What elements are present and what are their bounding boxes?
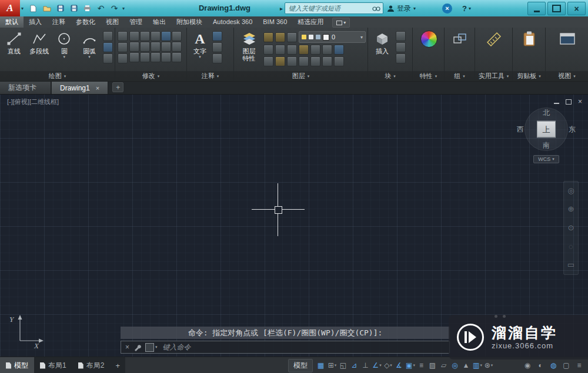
command-input[interactable] bbox=[162, 342, 445, 352]
status-toggle-icon[interactable]: ◱ bbox=[338, 360, 349, 371]
layout-tab[interactable]: 布局1 bbox=[34, 357, 72, 373]
redo-button[interactable]: ↷ bbox=[109, 2, 120, 14]
status-toggle-icon[interactable]: ◎ bbox=[450, 360, 460, 371]
properties-panel-label[interactable]: 特性 ▾ bbox=[413, 71, 444, 81]
ribbon-tab[interactable]: 精选应用 bbox=[292, 16, 329, 28]
ribbon-tab[interactable]: BIM 360 bbox=[258, 16, 292, 28]
status-right-icon[interactable]: ◍ bbox=[548, 360, 559, 371]
layer-unlock-icon[interactable] bbox=[299, 56, 309, 66]
undo-button[interactable]: ↶ bbox=[95, 2, 106, 14]
annotation-panel-label[interactable]: 注释 ▾ bbox=[187, 71, 233, 81]
layer-freeze2-icon[interactable] bbox=[310, 45, 320, 55]
layer-isolate-icon[interactable] bbox=[275, 32, 285, 42]
paste-tool[interactable] bbox=[517, 30, 541, 48]
recent-commands-button[interactable]: ▾ bbox=[145, 343, 158, 352]
fillet-tool-icon[interactable] bbox=[151, 31, 161, 41]
viewcube-north[interactable]: 北 bbox=[543, 108, 550, 118]
search-input[interactable] bbox=[288, 4, 370, 12]
wcs-menu-button[interactable]: WCS ▾ bbox=[533, 155, 559, 163]
scale-tool-icon[interactable] bbox=[140, 42, 150, 52]
viewcube-top-face[interactable]: 上 bbox=[537, 121, 556, 138]
status-toggle-icon[interactable]: ▦ bbox=[316, 360, 326, 371]
open-drawing-button[interactable] bbox=[41, 2, 52, 14]
binoculars-icon[interactable] bbox=[372, 5, 380, 11]
layer-off-icon[interactable] bbox=[263, 32, 273, 42]
viewcube-south[interactable]: 南 bbox=[543, 140, 550, 150]
ellipse-tool-icon[interactable] bbox=[103, 53, 113, 63]
search-box[interactable] bbox=[285, 2, 383, 14]
view-panel-label[interactable]: 视图 ▾ bbox=[546, 71, 588, 81]
close-button[interactable]: × bbox=[567, 2, 586, 15]
application-menu-button[interactable]: A bbox=[0, 0, 20, 16]
utilities-panel-label[interactable]: 实用工具 ▾ bbox=[475, 71, 512, 81]
array-tool-icon[interactable] bbox=[161, 31, 171, 41]
wrench-icon[interactable] bbox=[133, 344, 141, 351]
layer-unisolate-icon[interactable] bbox=[263, 56, 273, 66]
circle-tool[interactable]: 圆 ▾ bbox=[53, 30, 76, 59]
viewport-config-tool[interactable] bbox=[554, 30, 580, 48]
offset-tool-icon[interactable] bbox=[172, 31, 182, 41]
new-drawing-tab-button[interactable]: + bbox=[112, 82, 123, 92]
copy-tool-icon[interactable] bbox=[129, 31, 139, 41]
file-tab-close-icon[interactable]: × bbox=[96, 85, 99, 92]
command-close-icon[interactable]: × bbox=[125, 343, 129, 351]
file-tab[interactable]: Drawing1 × bbox=[52, 82, 108, 94]
new-drawing-button[interactable] bbox=[28, 2, 39, 14]
status-toggle-icon[interactable]: ◇▾ bbox=[383, 360, 393, 371]
layer-properties-tool[interactable]: 图层 特性 bbox=[236, 30, 262, 62]
layer-on-icon[interactable] bbox=[275, 56, 285, 66]
model-space-toggle[interactable]: 模型 bbox=[288, 359, 313, 372]
layer-lock2-icon[interactable] bbox=[322, 45, 332, 55]
layer-thaw-icon[interactable] bbox=[287, 56, 297, 66]
ribbon-display-options-button[interactable]: ▾ bbox=[332, 18, 350, 28]
arc-tool[interactable]: 圆弧 ▾ bbox=[78, 30, 101, 59]
plot-button[interactable] bbox=[82, 2, 93, 14]
insert-block-tool[interactable]: 插入 bbox=[370, 30, 394, 55]
viewcube-compass-ring[interactable]: 北 南 西 东 上 bbox=[525, 108, 567, 150]
make-current-layer-icon[interactable] bbox=[263, 45, 273, 55]
lengthen-tool-icon[interactable] bbox=[172, 52, 182, 62]
blend-tool-icon[interactable] bbox=[151, 52, 161, 62]
match-layer-icon[interactable] bbox=[275, 45, 285, 55]
layer-delete-icon[interactable] bbox=[310, 56, 320, 66]
navigation-tool-icon[interactable]: ◎ bbox=[567, 187, 574, 195]
file-tab[interactable]: 新选项卡 bbox=[0, 82, 51, 94]
status-toggle-icon[interactable]: ∠▾ bbox=[372, 360, 382, 371]
move-tool-icon[interactable] bbox=[118, 31, 128, 41]
status-toggle-icon[interactable]: ≡ bbox=[416, 360, 427, 371]
viewcube-west[interactable]: 西 bbox=[517, 125, 524, 135]
status-toggle-icon[interactable]: ▥▾ bbox=[472, 360, 483, 371]
status-toggle-icon[interactable]: ⊥ bbox=[360, 360, 371, 371]
viewport-restore-button[interactable] bbox=[566, 98, 572, 105]
status-toggle-icon[interactable]: ▱ bbox=[439, 360, 449, 371]
ribbon-tab[interactable]: Autodesk 360 bbox=[208, 16, 258, 28]
create-block-icon[interactable] bbox=[396, 31, 406, 41]
status-toggle-icon[interactable]: ⊛▾ bbox=[483, 360, 494, 371]
mirror-tool-icon[interactable] bbox=[140, 31, 150, 41]
layer-freeze-icon[interactable] bbox=[287, 32, 297, 42]
status-toggle-icon[interactable]: ▨ bbox=[427, 360, 438, 371]
join-tool-icon[interactable] bbox=[129, 52, 139, 62]
edit-block-icon[interactable] bbox=[396, 42, 406, 52]
command-line-bar[interactable]: × ▾ bbox=[121, 341, 450, 354]
ribbon-tab[interactable]: 参数化 bbox=[71, 16, 101, 28]
draw-panel-label[interactable]: 绘图 ▾ bbox=[0, 71, 115, 81]
navigation-tool-icon[interactable]: ◌ bbox=[569, 243, 573, 251]
status-toggle-icon[interactable]: ▲ bbox=[461, 360, 472, 371]
status-toggle-icon[interactable]: ⊞▾ bbox=[327, 360, 338, 371]
line-tool[interactable]: 直线 bbox=[2, 30, 26, 55]
status-toggle-icon[interactable]: ⊿ bbox=[349, 360, 360, 371]
ribbon-tab[interactable]: 视图 bbox=[101, 16, 124, 28]
ribbon-tab[interactable]: 默认 bbox=[0, 16, 24, 28]
text-tool[interactable]: A 文字 ▾ bbox=[189, 30, 211, 59]
status-right-icon[interactable]: ≡ bbox=[574, 360, 584, 371]
ribbon-tab[interactable]: 输出 bbox=[148, 16, 171, 28]
arc-dropdown-chevron-icon[interactable]: ▾ bbox=[88, 55, 91, 59]
edit-attributes-icon[interactable] bbox=[396, 53, 406, 63]
break-tool-icon[interactable] bbox=[172, 42, 182, 52]
help-button[interactable]: ? ▾ bbox=[462, 0, 471, 16]
measure-tool[interactable] bbox=[481, 30, 507, 48]
save-as-button[interactable] bbox=[68, 2, 79, 14]
ribbon-tab[interactable]: 管理 bbox=[124, 16, 148, 28]
rotate-tool-icon[interactable] bbox=[118, 42, 128, 52]
